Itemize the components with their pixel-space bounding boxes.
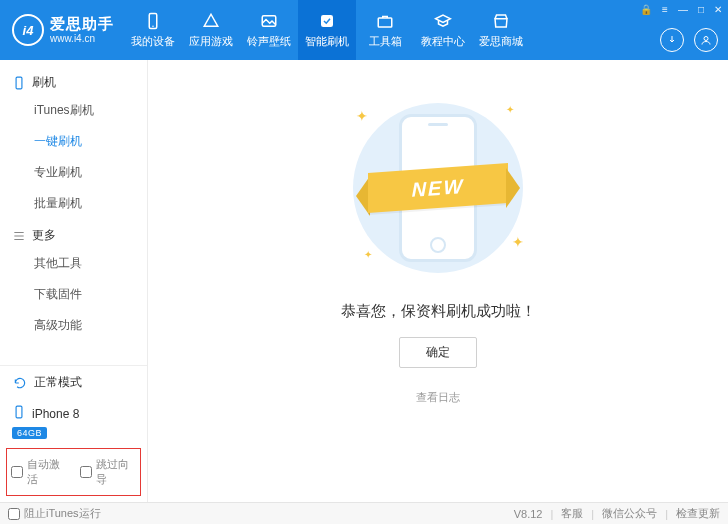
support-link[interactable]: 客服 — [561, 506, 583, 521]
mode-row[interactable]: 正常模式 — [0, 366, 147, 399]
minimize-icon[interactable]: — — [678, 4, 688, 15]
brand-text: 爱思助手 www.i4.cn — [50, 16, 114, 44]
nav-label: 我的设备 — [131, 34, 175, 49]
device-name: iPhone 8 — [32, 407, 79, 421]
brand: i4 爱思助手 www.i4.cn — [0, 14, 124, 46]
app-header: i4 爱思助手 www.i4.cn 我的设备 应用游戏 铃声壁纸 智能刷机 工具… — [0, 0, 728, 60]
group-title: 刷机 — [32, 74, 56, 91]
download-button[interactable] — [660, 28, 684, 52]
ribbon-text: NEW — [368, 163, 508, 213]
refresh-icon — [12, 375, 28, 391]
wechat-link[interactable]: 微信公众号 — [602, 506, 657, 521]
main-content: ✦ ✦ ✦ ✦ NEW 恭喜您，保资料刷机成功啦！ 确定 查看日志 — [148, 60, 728, 502]
phone-icon — [12, 76, 26, 90]
check-update-link[interactable]: 检查更新 — [676, 506, 720, 521]
sidebar-group-flash: 刷机 — [0, 66, 147, 95]
brand-name: 爱思助手 — [50, 16, 114, 33]
nav-label: 应用游戏 — [189, 34, 233, 49]
confirm-button[interactable]: 确定 — [399, 337, 477, 368]
sparkle-icon: ✦ — [506, 104, 514, 115]
sidebar: 刷机 iTunes刷机 一键刷机 专业刷机 批量刷机 更多 其他工具 下载固件 … — [0, 60, 148, 502]
graduation-icon — [434, 12, 452, 30]
nav-label: 铃声壁纸 — [247, 34, 291, 49]
nav-apps[interactable]: 应用游戏 — [182, 0, 240, 60]
version-label: V8.12 — [514, 508, 543, 520]
sidebar-item-itunes[interactable]: iTunes刷机 — [0, 95, 147, 126]
window-controls: 🔒 ≡ — □ ✕ — [640, 4, 722, 15]
flash-icon — [318, 12, 336, 30]
nav-ringtones[interactable]: 铃声壁纸 — [240, 0, 298, 60]
svg-rect-7 — [16, 406, 22, 418]
store-icon — [492, 12, 510, 30]
options-highlight: 自动激活 跳过向导 — [6, 448, 141, 496]
device-row[interactable]: iPhone 8 64GB — [0, 399, 147, 448]
view-log-link[interactable]: 查看日志 — [416, 390, 460, 405]
sidebar-item-batch[interactable]: 批量刷机 — [0, 188, 147, 219]
nav-label: 工具箱 — [369, 34, 402, 49]
sparkle-icon: ✦ — [356, 108, 368, 124]
app-body: 刷机 iTunes刷机 一键刷机 专业刷机 批量刷机 更多 其他工具 下载固件 … — [0, 60, 728, 502]
svg-rect-3 — [321, 15, 333, 27]
apps-icon — [202, 12, 220, 30]
sidebar-item-oneclick[interactable]: 一键刷机 — [0, 126, 147, 157]
top-nav: 我的设备 应用游戏 铃声壁纸 智能刷机 工具箱 教程中心 爱思商城 — [124, 0, 530, 60]
svg-rect-6 — [16, 77, 22, 89]
sidebar-item-pro[interactable]: 专业刷机 — [0, 157, 147, 188]
success-illustration: ✦ ✦ ✦ ✦ NEW — [328, 98, 548, 278]
auto-activate-checkbox[interactable]: 自动激活 — [11, 457, 68, 487]
lock-icon[interactable]: 🔒 — [640, 4, 652, 15]
skip-guide-checkbox[interactable]: 跳过向导 — [80, 457, 137, 487]
svg-point-5 — [704, 37, 708, 41]
phone-icon — [144, 12, 162, 30]
success-message: 恭喜您，保资料刷机成功啦！ — [341, 302, 536, 321]
svg-point-1 — [152, 25, 154, 27]
nav-tools[interactable]: 工具箱 — [356, 0, 414, 60]
toolbox-icon — [376, 12, 394, 30]
nav-my-device[interactable]: 我的设备 — [124, 0, 182, 60]
sidebar-item-advanced[interactable]: 高级功能 — [0, 310, 147, 341]
sidebar-item-othertools[interactable]: 其他工具 — [0, 248, 147, 279]
status-bar: 阻止iTunes运行 V8.12 | 客服 | 微信公众号 | 检查更新 — [0, 502, 728, 524]
device-icon — [12, 405, 26, 422]
block-itunes-checkbox[interactable]: 阻止iTunes运行 — [8, 506, 101, 521]
new-ribbon: NEW — [343, 161, 533, 215]
sidebar-item-downloadfw[interactable]: 下载固件 — [0, 279, 147, 310]
sidebar-bottom: 正常模式 iPhone 8 64GB 自动激活 跳过向导 — [0, 365, 147, 502]
nav-label: 教程中心 — [421, 34, 465, 49]
nav-store[interactable]: 爱思商城 — [472, 0, 530, 60]
nav-label: 智能刷机 — [305, 34, 349, 49]
sparkle-icon: ✦ — [512, 234, 524, 250]
nav-label: 爱思商城 — [479, 34, 523, 49]
group-title: 更多 — [32, 227, 56, 244]
close-icon[interactable]: ✕ — [714, 4, 722, 15]
maximize-icon[interactable]: □ — [698, 4, 704, 15]
sparkle-icon: ✦ — [364, 249, 372, 260]
header-right-buttons — [660, 28, 718, 52]
nav-tutorials[interactable]: 教程中心 — [414, 0, 472, 60]
account-button[interactable] — [694, 28, 718, 52]
mode-label: 正常模式 — [34, 374, 82, 391]
list-icon — [12, 229, 26, 243]
image-icon — [260, 12, 278, 30]
svg-rect-4 — [378, 18, 392, 27]
nav-flash[interactable]: 智能刷机 — [298, 0, 356, 60]
brand-logo-icon: i4 — [12, 14, 44, 46]
sidebar-group-more: 更多 — [0, 219, 147, 248]
brand-url: www.i4.cn — [50, 33, 114, 44]
menu-icon[interactable]: ≡ — [662, 4, 668, 15]
storage-badge: 64GB — [12, 427, 47, 439]
